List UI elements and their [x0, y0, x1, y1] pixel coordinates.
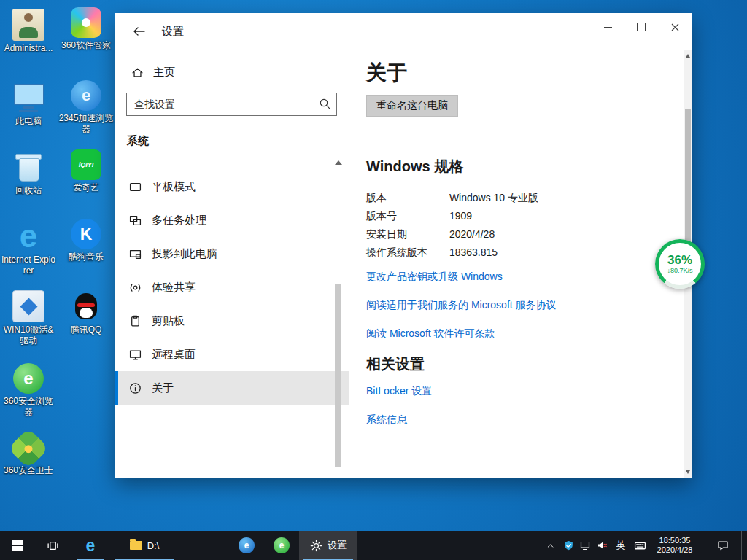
spec-value: 18363.815 — [449, 246, 498, 258]
kugou-music-icon — [71, 219, 101, 249]
tray-network-icon[interactable] — [578, 531, 594, 560]
network-icon — [580, 540, 592, 551]
services-agreement-link[interactable]: 阅读适用于我们服务的 Microsoft 服务协议 — [366, 298, 684, 312]
rename-pc-button[interactable]: 重命名这台电脑 — [366, 95, 458, 117]
chevron-up-icon — [546, 541, 555, 551]
start-button[interactable] — [0, 531, 35, 560]
explorer-window-label: D:\ — [147, 540, 160, 551]
desktop-icon-kugou-music[interactable]: 酷狗音乐 — [58, 219, 114, 262]
desktop-icon-tencent-qq[interactable]: 腾讯QQ — [58, 290, 114, 335]
show-desktop-button[interactable] — [741, 531, 747, 560]
sidebar-item-projecting[interactable]: 投影到此电脑 — [115, 237, 349, 271]
sidebar-item-about[interactable]: 关于 — [115, 371, 349, 405]
sidebar-item-clipboard[interactable]: 剪贴板 — [115, 304, 349, 338]
sidebar-section-title: 系统 — [127, 134, 349, 148]
sidebar-item-label: 平板模式 — [152, 180, 196, 194]
taskbar-explorer-window[interactable]: D:\ — [111, 531, 178, 560]
tray-security-icon[interactable] — [560, 531, 576, 560]
taskbar-settings-window[interactable]: 设置 — [299, 531, 357, 560]
desktop-icon-2345-browser[interactable]: 2345加速浏览器 — [58, 80, 114, 135]
desktop-icon-label: 360安全卫士 — [1, 465, 56, 476]
shield-icon — [563, 540, 574, 551]
desktop-icon-recycle-bin[interactable]: 回收站 — [1, 151, 56, 196]
desktop[interactable]: Administra... 360软件管家 此电脑 2345加速浏览器 回收站 … — [0, 0, 747, 560]
sidebar-scroll-up-icon[interactable] — [335, 160, 342, 165]
2345-browser-icon: e — [239, 537, 255, 553]
home-label: 主页 — [153, 66, 175, 79]
desktop-icon-label: 酷狗音乐 — [58, 252, 114, 262]
sidebar-nav-list: 平板模式 多任务处理 投影到此电脑 体验共享 — [115, 170, 349, 405]
bitlocker-settings-link[interactable]: BitLocker 设置 — [366, 384, 684, 398]
scroll-down-icon[interactable] — [684, 467, 692, 476]
spec-row: 版本 Windows 10 专业版 — [366, 189, 684, 207]
360-browser-icon: e — [274, 537, 290, 553]
iqiyi-icon — [71, 149, 101, 180]
tray-language-indicator[interactable]: 英 — [613, 531, 629, 560]
desktop-icon-this-pc[interactable]: 此电脑 — [1, 82, 56, 127]
desktop-icon-internet-explorer[interactable]: Internet Explorer — [1, 220, 56, 276]
desktop-icon-360-browser[interactable]: 360安全浏览器 — [1, 363, 56, 418]
desktop-icon-label: 爱奇艺 — [58, 182, 114, 193]
spec-label: 版本 — [366, 189, 446, 207]
taskbar-2345-browser-button[interactable]: e — [229, 531, 264, 560]
desktop-icon-iqiyi[interactable]: 爱奇艺 — [58, 149, 114, 193]
this-pc-icon — [12, 82, 44, 114]
tray-touch-keyboard[interactable] — [630, 531, 649, 560]
sidebar-item-home[interactable]: 主页 — [115, 61, 349, 84]
search-input[interactable] — [127, 93, 336, 115]
minimize-button[interactable] — [591, 13, 624, 41]
back-button[interactable] — [124, 22, 153, 41]
desktop-icon-360-software-manager[interactable]: 360软件管家 — [58, 7, 114, 51]
spec-value: 2020/4/28 — [449, 228, 495, 240]
tray-clock[interactable]: 18:50:35 2020/4/28 — [651, 531, 699, 560]
about-page: 关于 重命名这台电脑 Windows 规格 版本 Windows 10 专业版 … — [349, 50, 684, 478]
taskbar-360-browser-button[interactable]: e — [264, 531, 299, 560]
minimize-icon — [604, 27, 612, 28]
sidebar-item-multitasking[interactable]: 多任务处理 — [115, 203, 349, 237]
related-settings-heading: 相关设置 — [366, 354, 684, 374]
taskbar-ie-button[interactable] — [73, 531, 108, 560]
clipboard-icon — [129, 315, 142, 327]
desktop-icon-label: 回收站 — [1, 185, 56, 196]
system-info-link[interactable]: 系统信息 — [366, 412, 684, 427]
page-title: 关于 — [366, 60, 684, 86]
license-terms-link[interactable]: 阅读 Microsoft 软件许可条款 — [366, 326, 684, 341]
titlebar[interactable]: 设置 — [115, 13, 692, 50]
scroll-up-icon[interactable] — [684, 51, 692, 60]
sidebar-item-label: 剪贴板 — [152, 314, 185, 328]
desktop-icon-administrator[interactable]: Administra... — [1, 9, 56, 54]
internet-explorer-icon — [12, 220, 44, 252]
sidebar-item-shared-experiences[interactable]: 体验共享 — [115, 271, 349, 304]
windows-spec-table: 版本 Windows 10 专业版 版本号 1909 安装日期 2020/4/2… — [366, 189, 684, 262]
sidebar-item-tablet-mode[interactable]: 平板模式 — [115, 170, 349, 203]
tray-expand-button[interactable] — [543, 531, 557, 560]
sidebar-scrollbar-thumb[interactable] — [335, 284, 341, 467]
settings-search-box[interactable] — [126, 93, 337, 116]
search-icon — [319, 98, 331, 110]
tencent-qq-icon — [70, 290, 102, 322]
desktop-icon-win10-activate[interactable]: WIN10激活&驱动 — [1, 290, 56, 346]
tablet-mode-icon — [129, 181, 142, 193]
maximize-icon — [637, 23, 646, 31]
desktop-icon-360-safe-guard[interactable]: 360安全卫士 — [1, 434, 56, 476]
action-center-button[interactable] — [708, 531, 738, 560]
sidebar-item-label: 关于 — [152, 381, 174, 395]
net-speed-widget[interactable]: 36% ↓80.7K/s — [655, 239, 705, 289]
spec-label: 操作系统版本 — [366, 244, 446, 262]
tray-date: 2020/4/28 — [657, 545, 693, 555]
settings-sidebar: 主页 系统 平板模式 多任务处理 — [115, 50, 349, 478]
tray-time: 18:50:35 — [659, 536, 691, 545]
multitasking-icon — [129, 214, 142, 227]
volume-muted-icon — [597, 540, 608, 551]
close-button[interactable] — [658, 13, 692, 41]
task-view-button[interactable] — [35, 531, 70, 560]
windows-logo-icon — [12, 540, 23, 551]
projecting-icon — [129, 248, 142, 260]
shared-experiences-icon — [129, 281, 142, 294]
maximize-button[interactable] — [624, 13, 658, 41]
tray-volume-icon[interactable] — [594, 531, 611, 560]
360-browser-icon — [13, 363, 44, 394]
sidebar-item-remote-desktop[interactable]: 远程桌面 — [115, 338, 349, 371]
change-product-key-link[interactable]: 更改产品密钥或升级 Windows — [366, 269, 684, 284]
content-scrollbar-thumb[interactable] — [685, 109, 691, 248]
